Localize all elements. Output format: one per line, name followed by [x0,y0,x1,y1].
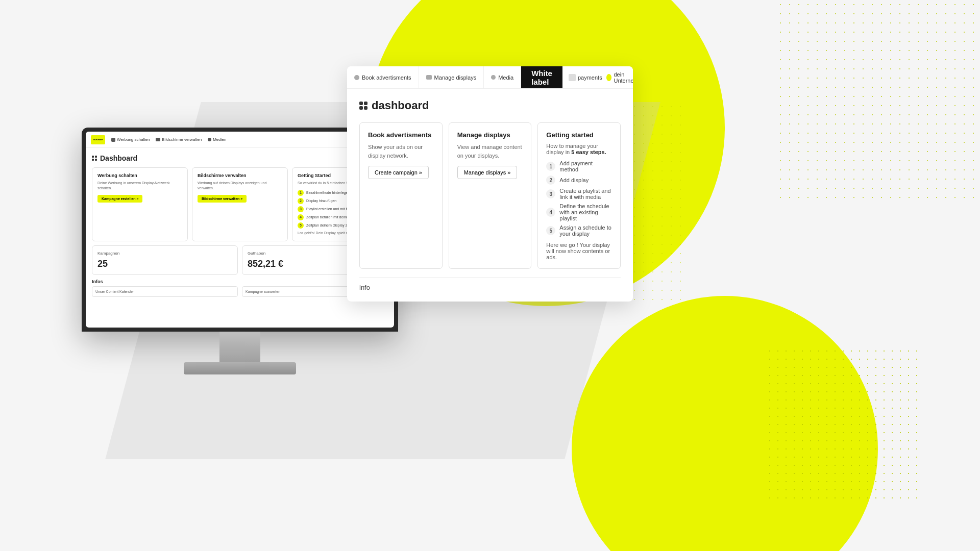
monitor-stat-kampagnen-value: 25 [97,259,232,269]
wl-btn-create-campaign[interactable]: Create campaign » [368,166,429,179]
wl-card-manage-displays-text: View and manage content on your displays… [457,143,523,160]
megaphone-icon [354,75,359,80]
monitor-logo: SCHLINDER [91,135,105,144]
monitor-icon [156,138,160,141]
wl-title-text: dashboard [372,99,429,112]
wl-nav-media-label: Media [498,74,513,81]
monitor-stand-neck [219,332,260,362]
monitor-icon [426,75,432,80]
wl-info-section: info [359,277,621,291]
wl-step-1: 1 Add payment method [546,160,612,172]
bg-dots-top-right [776,0,980,204]
monitor-stat-kampagnen-label: Kampagnen [97,251,232,256]
wl-nav-white-label-active[interactable]: White label [521,66,562,88]
monitor-card-werbung-title: Werbung schalten [97,173,182,178]
wl-content: dashboard Book advertisments Show your a… [347,89,633,302]
wl-step-3: 3 Create a playlist and link it with med… [546,188,612,200]
monitor-nav-medien-label: Medien [213,137,226,142]
monitor-card-werbung-text: Deine Werbung in unserem Display-Netzwer… [97,181,182,191]
wl-steps-list: 1 Add payment method 2 Add display 3 Cre… [546,160,612,237]
monitor-btn-kampagne[interactable]: Kampagne erstellen » [97,195,142,203]
monitor-card-bildschirme: Bildschirme verwalten Werbung auf deinen… [192,167,288,241]
monitor-card-bildschirme-title: Bildschirme verwalten [198,173,282,178]
wl-step-4: 4 Define the schedule with an existing p… [546,203,612,221]
monitor-card-werbung: Werbung schalten Deine Werbung in unsere… [92,167,188,241]
wl-card-book-ads: Book advertisments Show your ads on our … [359,122,443,269]
wl-step-2-text: Add display [559,177,589,183]
wl-step-4-text: Define the schedule with an existing pla… [559,203,612,221]
wl-card-manage-displays: Manage displays View and manage content … [449,122,532,269]
wl-step-1-text: Add payment method [559,160,612,172]
wl-nav-book-ads-label: Book advertisments [362,74,411,81]
megaphone-icon [111,138,115,142]
wl-btn-manage-displays[interactable]: Manage displays » [457,166,518,179]
bg-dots-bottom-right [766,347,919,500]
monitor-step-2-text: Display hinzufügen [306,199,336,203]
wl-gs-description: How to manage your display in 5 easy ste… [546,143,612,155]
wl-nav-manage-displays-label: Manage displays [434,74,477,81]
wl-cards-row: Book advertisments Show your ads on our … [359,122,621,269]
monitor-nav-bildschirme-label: Bildschirme verwalten [162,137,202,142]
wl-nav-company[interactable]: dein Unternehmen [606,71,633,84]
monitor-stand-base [184,362,296,374]
monitor-infos-section: Infos Unser Content Kalender Kampagne au… [92,279,388,297]
wl-nav-payments[interactable]: payments [569,74,602,81]
monitor-step-1-text: Bezahlmethode hinterlegen [306,191,350,194]
monitor-infos-title: Infos [92,279,388,284]
media-icon [491,75,496,80]
wl-page-title: dashboard [359,99,621,112]
company-icon [606,74,612,81]
monitor-info-content-kalender[interactable]: Unser Content Kalender [92,286,238,297]
monitor-nav-bildschirme[interactable]: Bildschirme verwalten [156,137,202,142]
wl-card-gs-title: Getting started [546,131,612,139]
wl-nav-media[interactable]: Media [484,66,521,88]
monitor-stats-row: Kampagnen 25 Guthaben 852,21 € [92,245,388,275]
wl-info-label: info [359,284,621,291]
monitor-cards-row: Werbung schalten Deine Werbung in unsere… [92,167,388,241]
dashboard-grid-icon [92,156,97,161]
monitor-nav-medien[interactable]: Medien [208,137,226,142]
monitor-card-bildschirme-text: Werbung auf deinen Displays anzeigen und… [198,181,282,191]
monitor-infos-row: Unser Content Kalender Kampagne auswerte… [92,286,388,297]
wl-gs-desc-bold: 5 easy steps. [571,149,606,155]
wl-navbar: Book advertisments Manage displays Media… [347,66,633,89]
wl-step-3-text: Create a playlist and link it with media [559,188,612,200]
wl-card-getting-started: Getting started How to manage your displ… [537,122,621,269]
monitor-nav-werbung-label: Werbung schalten [117,137,150,142]
wl-nav-company-label: dein Unternehmen [614,71,633,84]
wl-nav-right: payments dein Unternehmen [562,71,633,84]
monitor-nav-werbung[interactable]: Werbung schalten [111,137,150,142]
wl-nav-white-label-text: White label [531,69,552,86]
wl-dashboard-grid-icon [359,102,368,110]
wl-nav-book-ads[interactable]: Book advertisments [347,66,419,88]
monitor-btn-bildschirme[interactable]: Bildschirme verwalten » [198,195,247,203]
monitor-logo-text: SCHLINDER [93,138,103,141]
wl-step-2: 2 Add display [546,176,612,185]
wl-nav-manage-displays[interactable]: Manage displays [419,66,484,88]
monitor-page-title: Dashboard [92,154,388,162]
media-icon [208,138,211,141]
wl-nav-payments-label: payments [578,74,602,81]
monitor-title-text: Dashboard [100,154,137,162]
wl-card-book-ads-text: Show your ads on our display network. [368,143,434,160]
payment-icon [569,74,576,81]
wl-step-5-text: Assign a schedule to your display [559,224,612,237]
monitor-stat-kampagnen: Kampagnen 25 [92,245,238,275]
wl-step-5: 5 Assign a schedule to your display [546,224,612,237]
wl-finish-text: Here we go ! Your display will now show … [546,242,612,260]
wl-card-manage-displays-title: Manage displays [457,131,523,139]
wl-card-book-ads-title: Book advertisments [368,131,434,139]
white-label-panel: Book advertisments Manage displays Media… [347,66,633,302]
